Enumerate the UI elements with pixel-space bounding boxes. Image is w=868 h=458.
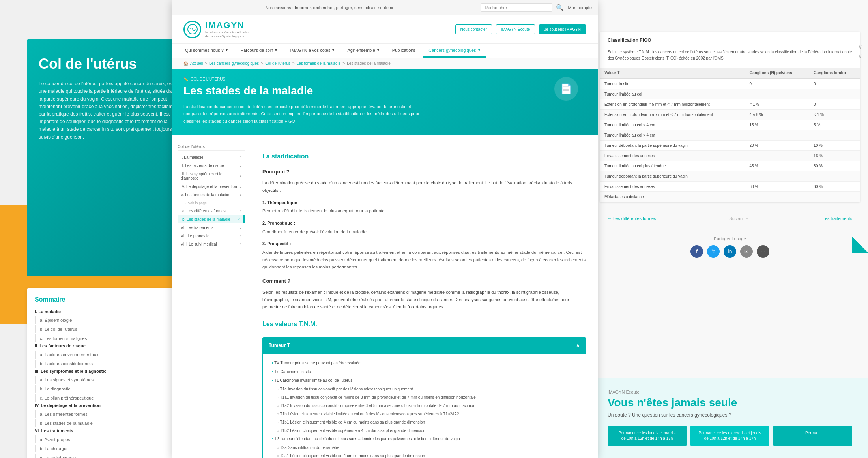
ecoute-tag: IMAGYN Écoute — [608, 390, 852, 394]
share-facebook-button[interactable]: f — [690, 245, 703, 258]
toc-section-4[interactable]: IV. Le dépistage et la prévention — [35, 403, 185, 408]
sidebar-item-risque[interactable]: II. Les facteurs de risque › — [178, 161, 245, 170]
toc-item[interactable]: a. Avant-propos — [35, 435, 185, 443]
sidebar-item-formes[interactable]: V. Les formes de la maladie › — [178, 191, 245, 199]
share-twitter-button[interactable]: 𝕏 — [707, 245, 720, 258]
toc-item[interactable]: b. La chirurgie — [35, 445, 185, 452]
tnm-t1a: T1a Invasion du tissu conjonctif par des… — [269, 386, 580, 392]
browser-bar: Nos missions : Informer, rechercher, par… — [172, 0, 598, 15]
document-icon: 📄 — [554, 77, 578, 101]
toc-section-1[interactable]: I. La maladie — [35, 309, 185, 314]
expand-icons: ∨ ∨ — [858, 43, 862, 59]
nav-item-cancers[interactable]: Cancers gynécologiques ▾ — [423, 44, 485, 58]
category-icon: ✏️ — [183, 77, 188, 81]
suivant-label: Suivant → — [729, 216, 749, 221]
page-category: ✏️ COL DE L'UTÉRUS — [183, 77, 586, 81]
table-row: Tumeur débordant la partie supérieure du… — [600, 141, 860, 151]
toc-item[interactable]: c. La radiothérapie — [35, 454, 185, 458]
logo-area: IMAGYN Initiative des Maladies Atteintes… — [183, 20, 249, 39]
table-of-contents: Sommaire I. La maladie a. Épidémiologie … — [27, 288, 193, 458]
chevron-down-icon: ▾ — [226, 48, 228, 52]
nav-item-imagyn[interactable]: IMAGYN à vos côtés ▾ — [284, 44, 340, 58]
prev-page-link[interactable]: ← Les différentes formes — [608, 216, 656, 221]
toc-item[interactable]: a. Les signes et symptômes — [35, 376, 185, 384]
objectif-1: 1. Thérapeutique : Permettre d'établir l… — [262, 199, 586, 215]
breadcrumb-formes[interactable]: Les formes de la maladie — [297, 61, 341, 66]
sidebar-item-voir-page[interactable]: → Voir la page — [178, 199, 245, 207]
search-input[interactable] — [481, 3, 552, 12]
toc-item[interactable]: c. Les tumeurs malignes — [35, 334, 185, 342]
tnm-tx: TX Tumeur primitive ne pouvant pas être … — [269, 360, 580, 366]
sidebar-item-pronostic[interactable]: VII. Le pronostic › — [178, 232, 245, 240]
toc-item[interactable]: b. Facteurs constitutionnels — [35, 360, 185, 368]
contact-button[interactable]: Nous contacter — [455, 24, 492, 34]
chevron-down-icon: ▾ — [478, 48, 480, 52]
nav-item-parcours[interactable]: Parcours de soin ▾ — [235, 44, 283, 58]
share-linkedin-button[interactable]: in — [724, 245, 736, 258]
breadcrumb-col[interactable]: Col de l'utérus — [265, 61, 290, 66]
toc-section-5[interactable]: VI. Les traitements — [35, 428, 185, 433]
share-email-button[interactable]: ✉ — [740, 245, 753, 258]
toc-section-3[interactable]: III. Les symptômes et le diagnostic — [35, 369, 185, 374]
page-header: ✏️ COL DE L'UTÉRUS Les stades de la mala… — [172, 69, 598, 135]
next-page-link[interactable]: Les traitements — [823, 216, 852, 221]
sidebar-item-traitements[interactable]: VI. Les traitements › — [178, 223, 245, 232]
ecoute-schedule-1[interactable]: Permanence les lundis et mardisde 10h à … — [608, 426, 687, 446]
home-icon: 🏠 — [183, 61, 188, 66]
sidebar-item-maladie[interactable]: I. La maladie › — [178, 153, 245, 161]
toc-item[interactable]: b. Les stades de la maladie — [35, 419, 185, 427]
table-row: Envahissement des annexes 60 % 60 % — [600, 182, 860, 192]
figo-table-section: Classification FIGO Selon le système T.N… — [600, 32, 860, 202]
site-header: IMAGYN Initiative des Maladies Atteintes… — [172, 15, 598, 58]
toc-section-2[interactable]: II. Les facteurs de risque — [35, 344, 185, 348]
pourquoi-text: La détermination précise du stade d'un c… — [262, 179, 586, 194]
sidebar-item-depistage[interactable]: IV. Le dépistage et la prévention › — [178, 182, 245, 191]
ecoute-button[interactable]: IMAGYN Écoute — [496, 24, 535, 34]
logo-subtitle: Initiative des Maladies Atteintes de can… — [205, 30, 249, 39]
ecoute-title: Vous n'êtes jamais seule — [608, 396, 852, 409]
ecoute-schedule-2[interactable]: Permanence les mercredis et jeudisde 10h… — [690, 426, 769, 446]
nav-item-publications[interactable]: Publications — [387, 44, 421, 58]
tnm-t1a1: T1a1 invasion du tissu conjonctif de moi… — [269, 394, 580, 401]
toc-item[interactable]: c. Le bilan préthérapeutique — [35, 394, 185, 402]
table-row: Envahissement des annexes 16 % — [600, 151, 860, 161]
search-icon[interactable]: 🔍 — [556, 4, 564, 11]
account-link[interactable]: Mon compte — [568, 5, 592, 10]
nav-item-qui[interactable]: Qui sommes nous ? ▾ — [180, 44, 233, 58]
tumeur-t-header[interactable]: Tumeur T ∧ — [263, 338, 586, 353]
logo-text-area: IMAGYN Initiative des Maladies Atteintes… — [205, 20, 249, 39]
logo-icon — [183, 21, 201, 38]
ecoute-schedule-3[interactable]: Perma... — [773, 426, 852, 446]
tnm-accordion: Tumeur T ∧ TX Tumeur primitive ne pouvan… — [262, 337, 586, 458]
sidebar-item-suivi[interactable]: VIII. Le suivi médical › — [178, 240, 245, 248]
tnm-t2: T2 Tumeur s'étendant au-delà du col mais… — [269, 435, 580, 442]
nav-item-agir[interactable]: Agir ensemble ▾ — [342, 44, 384, 58]
breadcrumb-current: Les stades de la maladie — [347, 61, 391, 66]
sidebar-item-diff-formes[interactable]: a. Les différentes formes › — [178, 207, 245, 215]
sidebar-item-stades[interactable]: b. Les stades de la maladie ✓ — [178, 215, 245, 223]
table-row: Tumeur débordant la partie supérieure du… — [600, 171, 860, 182]
toc-item[interactable]: a. Facteurs environnementaux — [35, 351, 185, 359]
figo-classification-table: Valeur T Ganglions (N) pelviens Ganglion… — [600, 68, 860, 202]
chevron-down-icon: ▾ — [275, 48, 277, 52]
toc-title: Sommaire — [35, 296, 185, 303]
breadcrumb-home[interactable]: Accueil — [190, 61, 203, 66]
share-title: Partager la page — [600, 237, 860, 241]
sidebar-item-symptomes[interactable]: III. Les symptômes et le diagnostic › — [178, 170, 245, 182]
table-row: Tumeur limitée au col plus étendue 45 % … — [600, 161, 860, 171]
share-other-button[interactable]: ⋯ — [757, 245, 769, 258]
toc-item[interactable]: a. Épidémiologie — [35, 316, 185, 324]
toc-item[interactable]: b. Le col de l'utérus — [35, 325, 185, 333]
pourquoi-title: Pourquoi ? — [262, 167, 586, 176]
browser-url: Nos missions : Informer, rechercher, par… — [178, 5, 481, 10]
toc-item[interactable]: a. Les différentes formes — [35, 410, 185, 418]
main-content: Col de l'utérus I. La maladie › II. Les … — [172, 135, 598, 458]
expand-icon-1[interactable]: ∨ — [858, 43, 862, 50]
breadcrumb-cancers[interactable]: Les cancers gynécologiques — [209, 61, 259, 66]
tnm-title: Les valeurs T.N.M. — [262, 319, 586, 329]
join-button[interactable]: Je soutiens IMAGYN — [539, 24, 586, 34]
table-row: Tumeur limitée au col > 4 cm — [600, 130, 860, 141]
toc-item[interactable]: b. Le diagnostic — [35, 385, 185, 393]
expand-icon-2[interactable]: ∨ — [858, 53, 862, 59]
browser-window: Nos missions : Informer, rechercher, par… — [172, 0, 598, 458]
